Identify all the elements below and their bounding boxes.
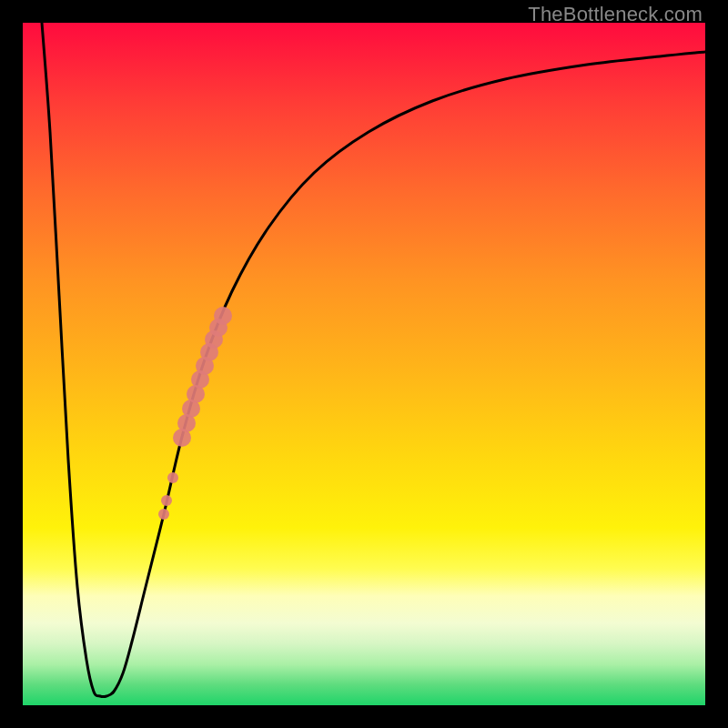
marker-dot xyxy=(161,495,172,506)
marker-dot xyxy=(167,472,178,483)
plot-frame xyxy=(23,23,705,705)
watermark-text: TheBottleneck.com xyxy=(528,3,703,26)
bottleneck-curve xyxy=(42,23,705,697)
plot-svg xyxy=(23,23,705,705)
marker-dot xyxy=(158,509,169,520)
marker-dot xyxy=(214,307,232,325)
